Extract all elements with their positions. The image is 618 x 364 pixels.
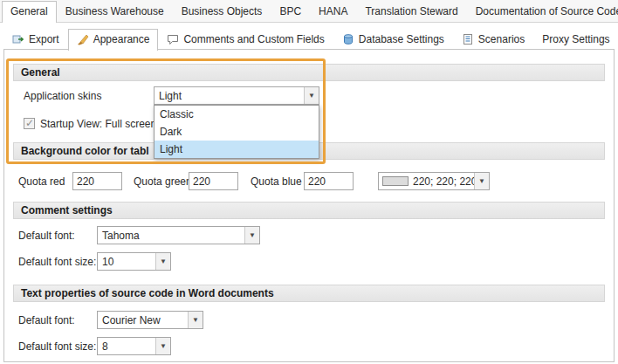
dropdown-option-light[interactable]: Light — [154, 141, 319, 158]
quota-blue-label: Quota blue — [251, 175, 302, 188]
tab-database-settings[interactable]: Database Settings — [333, 29, 453, 50]
application-skins-value: Light — [154, 87, 304, 104]
background-color-combo[interactable]: 220; 220; 220 ▼ — [378, 172, 490, 190]
group-header-word-text-properties: Text properties of source code in Word d… — [13, 285, 605, 302]
tab-business-objects[interactable]: Business Objects — [173, 1, 271, 22]
chevron-down-icon[interactable]: ▼ — [188, 312, 203, 328]
comment-default-font-value: Tahoma — [98, 227, 244, 244]
application-skins-combo[interactable]: Light ▼ — [154, 86, 319, 105]
word-default-font-value: Courier New — [98, 312, 188, 328]
database-icon — [342, 33, 354, 45]
tab-hana[interactable]: HANA — [310, 1, 356, 22]
chevron-down-icon[interactable]: ▼ — [155, 253, 170, 270]
quota-green-label: Quota green — [134, 175, 192, 188]
startup-fullscreen-checkbox[interactable] — [24, 118, 35, 129]
skins-dropdown-list: Classic Dark Light — [154, 105, 319, 159]
tab-translation-steward[interactable]: Translation Steward — [356, 1, 466, 22]
comment-default-font-combo[interactable]: Tahoma ▼ — [97, 226, 260, 244]
tab-appearance-label: Appearance — [93, 33, 150, 45]
tab-export-label: Export — [29, 33, 59, 45]
chevron-down-icon[interactable]: ▼ — [155, 338, 170, 354]
chevron-down-icon[interactable]: ▼ — [244, 227, 259, 244]
dropdown-option-classic[interactable]: Classic — [154, 106, 319, 123]
color-swatch — [382, 176, 409, 186]
tab-appearance[interactable]: Appearance — [68, 29, 159, 51]
tab-export[interactable]: Export — [3, 29, 68, 50]
tab-comments-label: Comments and Custom Fields — [183, 33, 324, 45]
chevron-down-icon[interactable]: ▼ — [304, 87, 319, 104]
tab-database-settings-label: Database Settings — [359, 33, 444, 45]
word-default-font-combo[interactable]: Courier New ▼ — [97, 311, 203, 329]
application-skins-label: Application skins — [24, 90, 101, 102]
scenarios-icon — [462, 33, 474, 45]
tab-scenarios-label: Scenarios — [478, 33, 525, 45]
quota-blue-input[interactable] — [304, 172, 354, 190]
comment-default-font-size-combo[interactable]: 10 ▼ — [97, 252, 171, 271]
startup-fullscreen-label: Startup View: Full screen — [40, 118, 156, 130]
paintbrush-icon — [77, 33, 89, 45]
word-default-font-size-combo[interactable]: 8 ▼ — [97, 337, 171, 355]
tab-bpc[interactable]: BPC — [271, 1, 310, 22]
tab-scenarios[interactable]: Scenarios — [453, 29, 533, 50]
export-icon — [12, 33, 24, 45]
tab-proxy-settings[interactable]: Proxy Settings — [533, 29, 618, 50]
tab-business-warehouse[interactable]: Business Warehouse — [57, 1, 173, 22]
settings-tabstrip: Export Appearance Comments and Custom Fi… — [3, 27, 615, 50]
word-default-font-size-value: 8 — [98, 338, 155, 354]
group-header-general: General — [13, 64, 605, 81]
appearance-panel: General Application skins Light ▼ Startu… — [3, 49, 615, 362]
tab-comments-and-custom-fields[interactable]: Comments and Custom Fields — [158, 29, 333, 50]
tab-general[interactable]: General — [2, 1, 57, 23]
quota-red-input[interactable] — [72, 172, 122, 190]
tab-proxy-settings-label: Proxy Settings — [542, 33, 609, 45]
comment-default-font-label: Default font: — [18, 230, 75, 242]
group-header-comment-settings: Comment settings — [13, 202, 605, 219]
quota-green-input[interactable] — [189, 172, 238, 190]
settings-window: General Business Warehouse Business Obje… — [0, 0, 618, 364]
chevron-down-icon[interactable]: ▼ — [474, 173, 489, 189]
dropdown-option-dark[interactable]: Dark — [154, 123, 319, 141]
tab-documentation-of-source-code[interactable]: Documentation of Source Code — [467, 1, 618, 22]
word-default-font-label: Default font: — [18, 314, 75, 326]
background-color-value: 220; 220; 220 — [409, 173, 474, 189]
comment-default-font-size-label: Default font size: — [18, 256, 96, 268]
quota-red-label: Quota red — [18, 175, 65, 188]
main-tabstrip: General Business Warehouse Business Obje… — [0, 0, 618, 23]
comment-default-font-size-value: 10 — [98, 253, 155, 270]
word-default-font-size-label: Default font size: — [18, 340, 96, 353]
comment-icon — [167, 33, 179, 45]
